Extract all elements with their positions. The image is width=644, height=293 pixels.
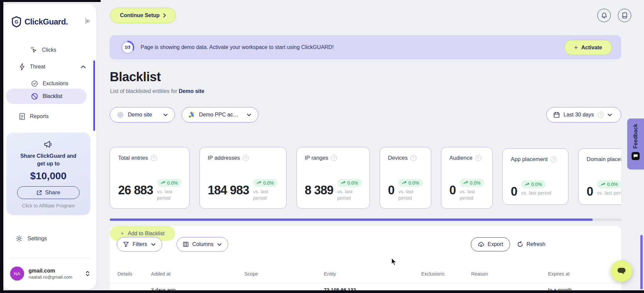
app-window: G ClickGuard. Clicks Threat	[0, 0, 644, 293]
sidebar-item-label: Blacklist	[43, 93, 62, 99]
site-selector[interactable]: Demo site	[110, 107, 175, 123]
collapse-sidebar-icon	[84, 17, 91, 25]
globe-icon	[117, 111, 124, 118]
megaphone-icon	[43, 140, 53, 149]
cards-scrollbar-track[interactable]	[110, 218, 621, 221]
stats-cards-row: Total entries? 26 883 0.0% vs. last peri…	[110, 147, 621, 211]
help-icon: ?	[243, 155, 249, 161]
svg-text:G: G	[15, 19, 18, 25]
badge-check-icon	[31, 80, 38, 87]
stat-period: vs. last period	[253, 189, 277, 202]
promo-heading: Share ClickGuard and get up to	[6, 152, 90, 167]
feedback-tab[interactable]: Feedback	[627, 118, 644, 169]
refresh-icon	[517, 241, 523, 247]
page-title: Blacklist	[110, 70, 161, 84]
sidebar-item-threat[interactable]: Threat	[19, 63, 86, 70]
plus-icon: +	[120, 230, 124, 237]
plus-icon: +	[574, 44, 578, 51]
stat-title: IP addresses	[208, 155, 240, 161]
sidebar-item-label: Reports	[30, 113, 49, 119]
feedback-label: Feedback	[633, 124, 639, 149]
sidebar-item-settings[interactable]: Settings	[15, 235, 47, 242]
filters-label: Filters	[133, 241, 147, 247]
ppc-account-value: Demo PPC ac…	[199, 112, 238, 118]
cloud-download-icon	[478, 242, 484, 247]
chat-launcher-button[interactable]	[611, 260, 632, 282]
columns-icon	[183, 242, 189, 247]
chevron-down-icon	[217, 243, 222, 246]
columns-button[interactable]: Columns	[177, 237, 228, 252]
document-icon	[19, 113, 26, 120]
book-icon	[622, 12, 628, 19]
column-header-details[interactable]: Details	[117, 271, 132, 277]
sidebar-item-clicks[interactable]: Clicks	[30, 46, 56, 54]
clickguard-shield-icon: G	[11, 16, 21, 28]
table-header-divider	[110, 283, 621, 283]
stat-card-ip-addresses: IP addresses? 184 983 0.0% vs. last peri…	[199, 147, 287, 209]
window-scrollbar-thumb[interactable]	[640, 235, 643, 289]
date-range-selector[interactable]: Last 30 days ?	[546, 107, 621, 123]
stat-period: vs. last period	[597, 190, 621, 197]
help-icon: ?	[331, 155, 337, 161]
window-frame-bottom	[0, 290, 644, 293]
sidebar-item-blacklist[interactable]: Blacklist	[6, 89, 87, 104]
demo-data-banner: 1/3 Page is showing demo data. Activate …	[110, 35, 621, 59]
sidebar-scrollbar-thumb[interactable]	[93, 60, 95, 131]
column-header-reason[interactable]: Reason	[471, 271, 488, 277]
share-button[interactable]: Share	[17, 186, 80, 199]
promo-amount: $10,000	[6, 170, 90, 182]
column-header-entity[interactable]: Entity	[324, 271, 336, 277]
sidebar-item-label: Clicks	[42, 47, 56, 53]
refresh-button[interactable]: Refresh	[517, 237, 545, 251]
window-frame-left	[0, 0, 3, 293]
stat-title: IP ranges	[305, 155, 328, 161]
sidebar-collapse-button[interactable]	[84, 17, 91, 26]
sidebar-item-exclusions[interactable]: Exclusions	[31, 80, 68, 87]
add-to-blacklist-label: Add to Blacklist	[128, 231, 164, 237]
account-switcher[interactable]: NA gmail.com naatali.ro@gmail.com	[10, 266, 90, 281]
stat-period: vs. last period	[398, 189, 423, 202]
column-header-added-at[interactable]: Added at	[151, 271, 170, 277]
stat-title: Audience	[449, 155, 473, 161]
trend-up-icon	[463, 181, 468, 184]
page-subtitle: List of blacklisted entities for Demo si…	[110, 88, 204, 94]
trend-up-icon	[402, 181, 406, 184]
crisp-chat-icon	[632, 152, 640, 160]
site-selector-value: Demo site	[128, 112, 152, 118]
ppc-account-selector[interactable]: Demo PPC ac…	[182, 107, 258, 123]
affiliate-promo-card[interactable]: Share ClickGuard and get up to $10,000 S…	[6, 133, 90, 215]
activate-button[interactable]: + Activate	[564, 40, 612, 55]
sort-chevrons-icon	[85, 270, 90, 277]
sidebar-item-reports[interactable]: Reports	[19, 113, 49, 120]
stat-card-total-entries: Total entries? 26 883 0.0% vs. last peri…	[110, 147, 190, 209]
stat-value: 0	[388, 184, 394, 196]
blacklist-table-panel: Filters Columns Export	[110, 226, 621, 293]
help-icon: ?	[475, 155, 481, 161]
workspace-name: gmail.com	[29, 268, 72, 274]
notifications-button[interactable]	[597, 9, 611, 22]
stat-card-devices: Devices? 0 0.0% vs. last period	[380, 147, 431, 209]
column-header-expires-at[interactable]: Expires at	[548, 271, 569, 277]
stat-change: 0.0%	[408, 180, 419, 186]
chevron-down-icon	[151, 243, 156, 246]
stat-period: vs. last period	[337, 189, 361, 202]
google-ads-icon	[189, 112, 195, 118]
help-icon: ?	[598, 112, 604, 118]
stat-value: 8 389	[305, 184, 333, 196]
columns-label: Columns	[192, 241, 213, 247]
docs-button[interactable]	[618, 9, 631, 22]
trend-badge: 0.0%	[157, 179, 182, 187]
column-header-scope[interactable]: Scope	[244, 271, 258, 277]
trend-up-icon	[601, 183, 605, 186]
export-button[interactable]: Export	[471, 237, 510, 251]
continue-setup-button[interactable]: Continue Setup	[110, 8, 176, 23]
cards-scrollbar-thumb[interactable]	[110, 218, 593, 221]
window-frame-top	[0, 0, 101, 2]
stat-card-ip-ranges: IP ranges? 8 389 0.0% vs. last period	[296, 147, 370, 209]
column-header-exclusions[interactable]: Exclusions	[421, 271, 444, 277]
stat-title: App placement	[511, 156, 548, 162]
filters-button[interactable]: Filters	[117, 237, 162, 252]
stat-period: vs. last period	[460, 189, 484, 202]
blocked-icon	[31, 93, 38, 100]
stat-title: Devices	[388, 155, 408, 161]
